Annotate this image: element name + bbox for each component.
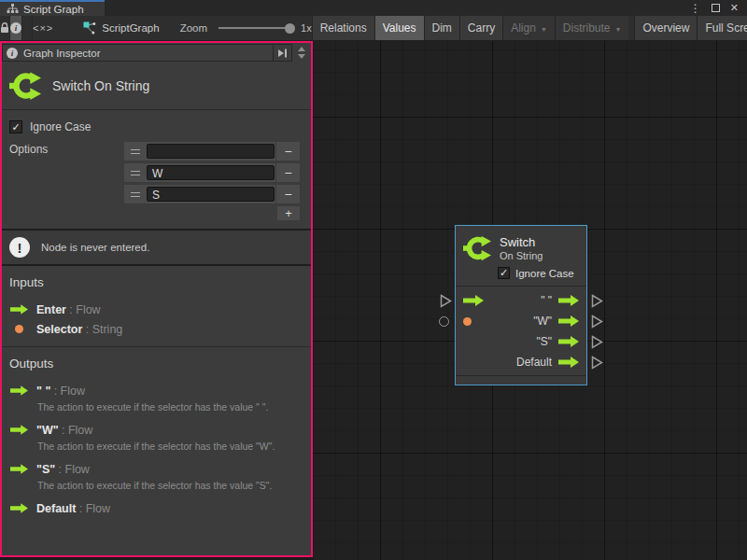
inspector-toggle-button[interactable]: i [10, 16, 22, 40]
window-menu-icon[interactable]: ⋮ [690, 3, 701, 14]
overview-button[interactable]: Overview [634, 16, 697, 40]
script-graph-asset-icon [83, 21, 96, 35]
input-port-selector: Selector : String [9, 319, 303, 339]
output-port-s: "S" : Flow [9, 459, 303, 479]
info-icon: i [7, 48, 18, 59]
port-description: The action to execute if the selector ha… [37, 401, 303, 413]
toolbar-toggle-group: Relations Values Dim Carry Align ▼ Distr… [312, 16, 747, 40]
port-description: The action to execute if the selector ha… [37, 480, 303, 492]
option-row: S − [123, 184, 301, 204]
graph-hierarchy-icon [7, 4, 19, 14]
zoom-slider-track[interactable] [218, 27, 289, 29]
tab-script-graph[interactable]: Script Graph [0, 0, 105, 16]
drag-handle-icon[interactable] [124, 142, 146, 161]
info-icon: i [10, 22, 21, 34]
inspector-title-block: Switch On String [2, 62, 311, 109]
switch-on-string-node[interactable]: Switch On String ✓ Ignore Case [455, 225, 587, 385]
flow-port-icon [9, 304, 28, 315]
graph-canvas[interactable]: Switch On String ✓ Ignore Case [313, 41, 747, 560]
add-option-button[interactable]: + [276, 205, 301, 221]
graph-editor-area: Switch On String ✓ Ignore Case [0, 41, 747, 560]
node-footer [456, 375, 586, 385]
tab-bar: Script Graph ⋮ ✕ [0, 0, 747, 16]
value-port-icon [463, 317, 472, 326]
node-ignore-case-checkbox[interactable]: ✓ Ignore Case [498, 267, 579, 279]
options-label: Options [9, 141, 123, 221]
external-value-input-connector[interactable] [439, 316, 449, 327]
option-input[interactable] [147, 144, 275, 159]
stepper-down-icon[interactable] [298, 54, 305, 59]
relations-button[interactable]: Relations [312, 16, 374, 40]
panel-steppers [292, 44, 311, 62]
node-enter-port[interactable] [463, 295, 484, 306]
distribute-button[interactable]: Distribute ▼ [555, 16, 629, 40]
align-button[interactable]: Align ▼ [502, 16, 555, 40]
stepper-up-icon[interactable] [298, 47, 305, 51]
zoom-label: Zoom [180, 22, 207, 34]
options-list: − W − S − + [123, 141, 301, 221]
output-port-default: Default : Flow [9, 498, 303, 518]
graph-reference-label: ScriptGraph [102, 22, 159, 34]
outputs-heading: Outputs [9, 357, 303, 371]
warning-banner: ! Node is never entered. [2, 229, 311, 266]
node-header: Switch On String ✓ Ignore Case [456, 226, 586, 286]
node-output-port-default[interactable]: Default [516, 356, 579, 369]
zoom-value: 1x [301, 22, 312, 34]
graph-inspector-panel: i Graph Inspector Switch On String [0, 41, 313, 557]
full-screen-button[interactable]: Full Screen [697, 16, 747, 40]
inspector-header-title: Graph Inspector [23, 48, 100, 59]
input-port-enter: Enter : Flow [9, 300, 303, 319]
drag-handle-icon[interactable] [124, 163, 146, 182]
switch-icon [9, 70, 41, 102]
external-output-connector-s[interactable] [591, 335, 603, 353]
external-output-connector-w[interactable] [591, 315, 603, 332]
value-port-icon [9, 325, 28, 333]
ignore-case-checkbox[interactable]: ✓ Ignore Case [9, 119, 303, 135]
graph-inspector-header[interactable]: i Graph Inspector [2, 44, 274, 62]
node-output-port-s[interactable]: "S" [536, 335, 579, 348]
dim-button[interactable]: Dim [424, 16, 459, 40]
carry-button[interactable]: Carry [459, 16, 502, 40]
option-input[interactable]: S [147, 187, 275, 202]
node-output-port-w[interactable]: "W" [533, 315, 579, 328]
window-controls: ⋮ ✕ [690, 0, 747, 16]
checkbox-checked-icon: ✓ [9, 120, 22, 133]
flow-port-icon [9, 385, 28, 396]
inspector-controls: ✓ Ignore Case Options − W [2, 110, 311, 229]
drag-handle-icon[interactable] [124, 185, 146, 203]
inputs-heading: Inputs [9, 275, 303, 289]
close-icon[interactable]: ✕ [730, 3, 739, 13]
graph-toolbar: i <×> ScriptGraph Zoom 1x Relations Valu… [0, 16, 747, 41]
flow-port-icon [9, 464, 28, 474]
chevron-down-icon: ▼ [615, 26, 622, 33]
external-output-connector-blank[interactable] [591, 294, 603, 312]
node-output-port-blank[interactable]: " " [541, 294, 579, 307]
zoom-control: Zoom 1x [180, 16, 312, 40]
lock-button[interactable] [0, 16, 10, 40]
external-flow-input-connector[interactable] [440, 294, 452, 312]
external-output-connector-default[interactable] [591, 356, 603, 373]
remove-option-button[interactable]: − [275, 142, 300, 161]
inspector-node-title: Switch On String [52, 78, 149, 93]
lock-icon [0, 22, 9, 34]
switch-icon [463, 234, 491, 262]
flow-port-icon [9, 425, 28, 435]
node-subtitle: On String [500, 250, 543, 261]
graph-reference[interactable]: ScriptGraph [83, 16, 159, 40]
node-selector-port[interactable] [463, 317, 472, 326]
code-view-button[interactable]: <×> [32, 16, 53, 40]
remove-option-button[interactable]: − [275, 185, 300, 203]
values-button[interactable]: Values [374, 16, 424, 40]
output-port-w: "W" : Flow [9, 420, 303, 440]
option-input[interactable]: W [147, 165, 275, 180]
remove-option-button[interactable]: − [275, 163, 300, 182]
dock-right-icon [277, 49, 288, 58]
dock-panel-button[interactable] [274, 44, 292, 62]
warning-text: Node is never entered. [41, 242, 149, 253]
chevron-down-icon: ▼ [541, 26, 547, 33]
output-port-blank: " " : Flow [9, 381, 303, 400]
zoom-slider-handle[interactable] [285, 23, 295, 34]
script-graph-window: Script Graph ⋮ ✕ i <×> ScriptGraph Zoom [0, 0, 747, 560]
port-description: The action to execute if the selector ha… [37, 441, 303, 453]
maximize-icon[interactable] [712, 4, 720, 12]
